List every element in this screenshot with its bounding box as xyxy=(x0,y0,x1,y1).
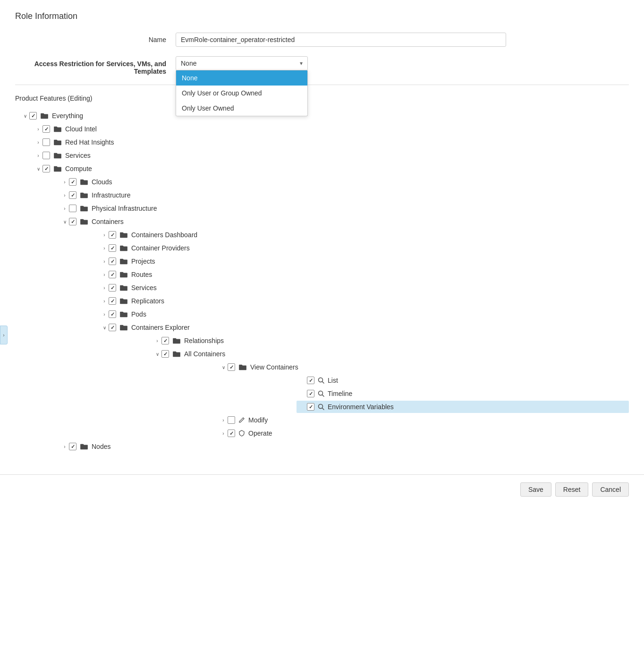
svg-line-1 xyxy=(322,382,324,384)
tree-checkbox-containers-dashboard[interactable] xyxy=(109,231,116,239)
page-title: Role Information xyxy=(15,11,629,21)
dropdown-option-none[interactable]: None xyxy=(176,70,307,86)
tree-toggle-services-containers[interactable]: › xyxy=(100,283,109,292)
tree-row-timeline: › Timeline xyxy=(297,387,629,400)
tree-row-container-providers: › Container Providers xyxy=(98,242,629,254)
tree-toggle-clouds[interactable]: › xyxy=(60,178,69,186)
tree-toggle-container-providers[interactable]: › xyxy=(100,244,109,252)
tree-node-containers-explorer: ∨ Containers Explorer › xyxy=(98,321,629,439)
folder-icon-services-containers xyxy=(119,284,128,292)
tree-node-compute: ∨ Compute › Clouds xyxy=(32,163,629,453)
tree-checkbox-replicators[interactable] xyxy=(109,297,116,305)
tree-checkbox-timeline[interactable] xyxy=(307,390,314,397)
tree-checkbox-all-containers[interactable] xyxy=(161,350,169,358)
tree-checkbox-services-top[interactable] xyxy=(42,152,50,159)
dropdown-option-user-group-owned[interactable]: Only User or Group Owned xyxy=(176,86,307,101)
tree-toggle-compute[interactable]: ∨ xyxy=(34,164,42,173)
access-restriction-dropdown[interactable]: None ▾ None Only User or Group Owned Onl… xyxy=(176,56,308,70)
tree-toggle-nodes[interactable]: › xyxy=(60,442,69,451)
tree-checkbox-nodes[interactable] xyxy=(69,443,76,450)
tree-row-infrastructure: › Infrastructure xyxy=(59,189,629,201)
tree-label-containers-dashboard: Containers Dashboard xyxy=(131,231,197,239)
tree-label-physical-infrastructure: Physical Infrastructure xyxy=(92,205,157,212)
folder-icon-nodes xyxy=(79,443,89,450)
dropdown-selected-value: None xyxy=(181,60,196,67)
tree-checkbox-containers-explorer[interactable] xyxy=(109,324,116,331)
tree-label-services-top: Services xyxy=(65,152,91,159)
folder-icon-cloud-intel xyxy=(53,125,62,133)
tree-toggle-services-top[interactable]: › xyxy=(34,151,42,160)
tree-checkbox-container-providers[interactable] xyxy=(109,244,116,252)
tree-checkbox-routes[interactable] xyxy=(109,271,116,278)
tree-toggle-infrastructure[interactable]: › xyxy=(60,191,69,199)
tree-toggle-everything[interactable]: ∨ xyxy=(21,112,29,120)
tree-toggle-modify[interactable]: › xyxy=(219,416,228,424)
tree-toggle-operate[interactable]: › xyxy=(219,429,228,438)
tree-checkbox-physical-infrastructure[interactable] xyxy=(69,205,76,212)
tree-toggle-relationships[interactable]: › xyxy=(153,336,161,345)
tree-row-containers: ∨ Containers xyxy=(59,215,629,228)
tree-row-services-containers: › Services xyxy=(98,282,629,294)
tree-node-containers: ∨ Containers › xyxy=(59,215,629,439)
tree-checkbox-relationships[interactable] xyxy=(161,337,169,344)
tree-toggle-containers[interactable]: ∨ xyxy=(60,217,69,226)
tree-toggle-cloud-intel[interactable]: › xyxy=(34,125,42,133)
tree-node-red-hat-insights: › Red Hat Insights xyxy=(32,136,629,148)
tree-row-replicators: › Replicators xyxy=(98,295,629,307)
tree-label-list: List xyxy=(328,377,338,384)
folder-icon-replicators xyxy=(119,297,128,305)
tree-label-modify: Modify xyxy=(248,416,268,424)
dropdown-trigger[interactable]: None ▾ xyxy=(176,56,308,70)
tree-checkbox-list[interactable] xyxy=(307,377,314,384)
reset-button[interactable]: Reset xyxy=(555,482,589,497)
search-icon-timeline xyxy=(317,390,325,397)
tree-toggle-containers-explorer[interactable]: ∨ xyxy=(100,323,109,332)
tree-checkbox-everything[interactable] xyxy=(29,112,37,120)
search-icon-list xyxy=(317,377,325,384)
tree-toggle-view-containers[interactable]: ∨ xyxy=(219,363,228,371)
tree-row-pods: › Pods xyxy=(98,308,629,320)
tree-row-cloud-intel: › Cloud Intel xyxy=(32,123,629,135)
tree-row-red-hat-insights: › Red Hat Insights xyxy=(32,136,629,148)
tree-node-pods: › Pods xyxy=(98,308,629,320)
folder-icon-compute xyxy=(53,165,62,172)
tree-toggle-projects[interactable]: › xyxy=(100,257,109,266)
tree-checkbox-projects[interactable] xyxy=(109,258,116,265)
folder-icon-services-top xyxy=(53,152,62,159)
tree-toggle-routes[interactable]: › xyxy=(100,270,109,279)
name-input[interactable] xyxy=(176,33,506,47)
tree-label-all-containers: All Containers xyxy=(184,350,225,358)
access-restriction-label: Access Restriction for Services, VMs, an… xyxy=(15,60,176,75)
tree-toggle-replicators[interactable]: › xyxy=(100,297,109,305)
tree-label-containers: Containers xyxy=(92,218,124,225)
tree-checkbox-pods[interactable] xyxy=(109,310,116,318)
tree-row-compute: ∨ Compute xyxy=(32,163,629,175)
folder-icon-routes xyxy=(119,271,128,278)
tree-toggle-pods[interactable]: › xyxy=(100,310,109,318)
name-label: Name xyxy=(15,36,176,43)
tree-toggle-all-containers[interactable]: ∨ xyxy=(153,350,161,358)
tree-label-view-containers: View Containers xyxy=(250,363,298,371)
tree-checkbox-red-hat-insights[interactable] xyxy=(42,138,50,146)
dropdown-option-user-owned[interactable]: Only User Owned xyxy=(176,101,307,116)
tree-label-clouds: Clouds xyxy=(92,178,112,186)
tree-checkbox-containers[interactable] xyxy=(69,218,76,225)
svg-line-3 xyxy=(322,395,324,397)
tree-checkbox-infrastructure[interactable] xyxy=(69,191,76,199)
tree-toggle-physical-infrastructure[interactable]: › xyxy=(60,204,69,213)
tree-checkbox-operate[interactable] xyxy=(228,429,235,437)
tree-checkbox-clouds[interactable] xyxy=(69,178,76,186)
tree-checkbox-view-containers[interactable] xyxy=(228,363,235,371)
footer-buttons: Save Reset Cancel xyxy=(0,474,644,504)
tree-checkbox-environment-variables[interactable] xyxy=(307,403,314,411)
tree-row-relationships: › Relationships xyxy=(151,335,629,347)
tree-node-physical-infrastructure: › Physical Infrastructure xyxy=(59,202,629,215)
tree-checkbox-compute[interactable] xyxy=(42,165,50,172)
save-button[interactable]: Save xyxy=(520,482,551,497)
tree-toggle-containers-dashboard[interactable]: › xyxy=(100,231,109,239)
cancel-button[interactable]: Cancel xyxy=(592,482,629,497)
tree-toggle-red-hat-insights[interactable]: › xyxy=(34,138,42,146)
tree-checkbox-modify[interactable] xyxy=(228,416,235,424)
tree-checkbox-cloud-intel[interactable] xyxy=(42,125,50,133)
tree-checkbox-services-containers[interactable] xyxy=(109,284,116,292)
